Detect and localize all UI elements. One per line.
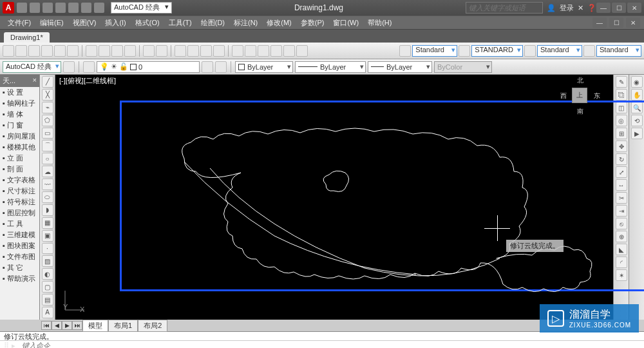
help-search-input[interactable] <box>466 2 543 14</box>
copy-obj-icon[interactable]: ⿻ <box>616 89 627 101</box>
tab-layout2[interactable]: 布局2 <box>138 320 167 332</box>
pan-icon[interactable] <box>175 45 186 57</box>
matchprop-icon[interactable] <box>124 45 136 57</box>
spline-icon[interactable]: 〰 <box>42 179 53 190</box>
color-combo[interactable]: ByLayer <box>235 61 293 73</box>
revcloud-icon[interactable]: ☁ <box>42 166 53 177</box>
menu-view[interactable]: 视图(V) <box>69 17 100 29</box>
pline-icon[interactable]: ⌁ <box>42 102 53 113</box>
minimize-button[interactable]: — <box>596 3 611 13</box>
designcenter-icon[interactable] <box>245 45 256 57</box>
tab-layout1[interactable]: 布局1 <box>108 320 138 332</box>
qat-redo-icon[interactable] <box>94 3 104 13</box>
sidebar-item[interactable]: ▪ 门 窗 <box>0 120 39 131</box>
tablestyle-icon[interactable] <box>524 45 536 57</box>
menu-help[interactable]: 帮助(H) <box>364 17 395 29</box>
dim-style-combo[interactable]: STANDARD <box>471 45 523 57</box>
workspace-selector[interactable]: AutoCAD 经典 <box>111 2 172 14</box>
nav-pan-icon[interactable]: ✋ <box>631 89 643 101</box>
sidebar-item[interactable]: ▪ 工 具 <box>0 218 39 229</box>
gradient-icon[interactable]: ◐ <box>42 268 53 280</box>
view-cube[interactable]: 北 东 南 西 上 <box>563 79 598 113</box>
qat-save-icon[interactable] <box>43 3 53 13</box>
menu-file[interactable]: 文件(F) <box>4 17 35 29</box>
sidebar-item[interactable]: ▪ 剖 面 <box>0 164 39 175</box>
menu-tools[interactable]: 工具(T) <box>165 17 196 29</box>
exchange-icon[interactable]: ✕ <box>578 4 583 12</box>
zoom-icon[interactable] <box>187 45 199 57</box>
qat-undo-icon[interactable] <box>81 3 91 13</box>
point-icon[interactable]: · <box>42 243 53 255</box>
dimstyle-icon[interactable] <box>459 45 470 57</box>
workspace-settings-icon[interactable] <box>63 61 75 73</box>
hatch-icon[interactable]: ▨ <box>42 255 53 267</box>
lineweight-combo[interactable]: ByLayer <box>368 61 432 73</box>
erase-icon[interactable]: ✎ <box>616 76 627 88</box>
print-icon[interactable] <box>41 45 53 57</box>
layer-combo[interactable]: 💡 ☀ 🔓 0 <box>97 61 200 73</box>
linetype-combo[interactable]: ByLayer <box>295 61 366 73</box>
line-icon[interactable]: ╱ <box>42 76 53 88</box>
qat-new-icon[interactable] <box>17 3 27 13</box>
toolpalette-icon[interactable] <box>258 45 269 57</box>
copy-icon[interactable] <box>99 45 110 57</box>
redo-icon[interactable] <box>156 45 167 57</box>
menu-edit[interactable]: 编辑(E) <box>36 17 68 29</box>
close-button[interactable]: ✕ <box>627 3 641 13</box>
help-icon[interactable]: ❓ <box>587 4 596 12</box>
region-icon[interactable]: ▢ <box>42 281 53 293</box>
undo-icon[interactable] <box>143 45 155 57</box>
tab-model[interactable]: 模型 <box>82 320 108 332</box>
paste-icon[interactable] <box>111 45 123 57</box>
layout-last-icon[interactable]: ⏭ <box>72 321 82 330</box>
sidebar-item[interactable]: ▪ 帮助演示 <box>0 273 39 284</box>
save-icon[interactable] <box>28 45 40 57</box>
command-handle-icon[interactable]: ⠿ <box>4 342 9 349</box>
xline-icon[interactable]: ╳ <box>42 89 53 101</box>
text-style-combo[interactable]: Standard <box>412 45 457 57</box>
cut-icon[interactable] <box>86 45 97 57</box>
command-input[interactable] <box>22 342 640 348</box>
login-link[interactable]: 登录 <box>560 3 574 13</box>
layout-prev-icon[interactable]: ◀ <box>52 321 62 330</box>
menu-window[interactable]: 窗口(W) <box>329 17 363 29</box>
zoom-window-icon[interactable] <box>200 45 212 57</box>
zoom-prev-icon[interactable] <box>213 45 225 57</box>
mdi-close-button[interactable]: ✕ <box>626 17 640 28</box>
layer-manager-icon[interactable] <box>83 61 95 73</box>
qat-print-icon[interactable] <box>68 3 79 13</box>
sidebar-item[interactable]: ▪ 三维建模 <box>0 229 39 240</box>
nav-wheel-icon[interactable]: ◉ <box>631 76 643 88</box>
maximize-button[interactable]: ☐ <box>612 3 626 13</box>
palette-header[interactable]: 天...× <box>0 75 39 87</box>
sidebar-item[interactable]: ▪ 墙 体 <box>0 109 39 120</box>
ellipse-icon[interactable]: ⬭ <box>42 191 53 203</box>
sidebar-item[interactable]: ▪ 房间屋顶 <box>0 131 39 142</box>
sidebar-item[interactable]: ▪ 文字表格 <box>0 175 39 186</box>
menu-modify[interactable]: 修改(M) <box>263 17 296 29</box>
sidebar-item[interactable]: ▪ 设 置 <box>0 87 39 98</box>
rectangle-icon[interactable]: ▭ <box>42 128 53 139</box>
infocenter-icon[interactable]: 👤 <box>547 4 556 12</box>
sidebar-item[interactable]: ▪ 图层控制 <box>0 208 39 218</box>
sheetset-icon[interactable] <box>270 45 282 57</box>
layout-next-icon[interactable]: ▶ <box>62 321 72 330</box>
workspace-combo[interactable]: AutoCAD 经典 <box>3 61 61 73</box>
sidebar-item[interactable]: ▪ 其 它 <box>0 262 39 273</box>
arc-icon[interactable]: ⌒ <box>42 140 53 151</box>
menu-dimension[interactable]: 标注(N) <box>230 17 261 29</box>
drawing-canvas[interactable]: [-][俯视][二维线框] 修订云线完成。 北 东 南 西 上 YX <box>55 75 613 320</box>
sidebar-item[interactable]: ▪ 尺寸标注 <box>0 186 39 197</box>
insert-icon[interactable]: ▦ <box>42 217 53 229</box>
table-style-combo[interactable]: Standard <box>537 45 582 57</box>
qat-open-icon[interactable] <box>30 3 40 13</box>
properties-icon[interactable] <box>232 45 243 57</box>
menu-draw[interactable]: 绘图(D) <box>197 17 229 29</box>
sidebar-item[interactable]: ▪ 文件布图 <box>0 251 39 262</box>
circle-icon[interactable]: ○ <box>42 153 53 164</box>
layer-prev-icon[interactable] <box>215 61 227 73</box>
menu-insert[interactable]: 插入(I) <box>101 17 129 29</box>
mleaderstyle-icon[interactable] <box>583 45 595 57</box>
text-icon[interactable]: A <box>42 307 53 318</box>
menu-parametric[interactable]: 参数(P) <box>297 17 328 29</box>
